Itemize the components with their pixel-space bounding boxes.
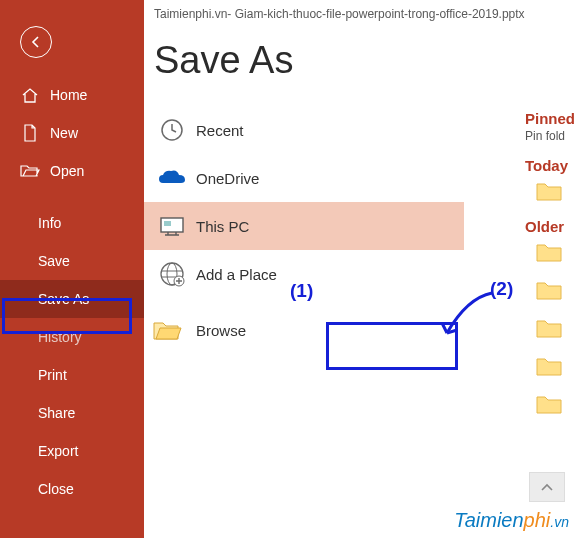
sidebar-label-open: Open: [50, 163, 84, 179]
back-button[interactable]: [20, 26, 52, 58]
app-root: Home New Open Info Save Save As History …: [0, 0, 577, 538]
location-label-recent: Recent: [196, 122, 244, 139]
page-title: Save As: [144, 21, 577, 106]
location-recent[interactable]: Recent: [144, 106, 464, 154]
home-icon: [20, 86, 40, 104]
sidebar-item-print[interactable]: Print: [0, 356, 144, 394]
folder-icon[interactable]: [535, 393, 563, 415]
open-icon: [20, 162, 40, 180]
new-icon: [20, 124, 40, 142]
sidebar-item-save[interactable]: Save: [0, 242, 144, 280]
sidebar-item-history: History: [0, 318, 144, 356]
scroll-up-button[interactable]: [529, 472, 565, 502]
sidebar-item-saveas[interactable]: Save As: [0, 280, 144, 318]
sidebar-item-export[interactable]: Export: [0, 432, 144, 470]
location-label-addplace: Add a Place: [196, 266, 277, 283]
browse-folder-icon: [152, 318, 192, 342]
sidebar-item-info[interactable]: Info: [0, 204, 144, 242]
recent-files-panel: Pinned Pin fold Today Older: [525, 110, 577, 431]
onedrive-icon: [152, 168, 192, 188]
section-older: Older: [525, 218, 577, 235]
location-label-thispc: This PC: [196, 218, 249, 235]
save-location-list: Recent OneDrive This PC Add a Place: [144, 106, 464, 354]
location-thispc[interactable]: This PC: [144, 202, 464, 250]
folder-icon[interactable]: [535, 180, 563, 202]
folder-icon[interactable]: [535, 279, 563, 301]
annotation-1: (1): [290, 280, 313, 302]
sidebar-label-new: New: [50, 125, 78, 141]
location-label-browse: Browse: [196, 322, 246, 339]
section-pinned-sub: Pin fold: [525, 129, 577, 143]
sidebar-item-close[interactable]: Close: [0, 470, 144, 508]
location-label-onedrive: OneDrive: [196, 170, 259, 187]
annotation-2: (2): [490, 278, 513, 300]
chevron-up-icon: [540, 482, 554, 492]
location-onedrive[interactable]: OneDrive: [144, 154, 464, 202]
sidebar-item-new[interactable]: New: [0, 114, 144, 152]
sidebar-item-share[interactable]: Share: [0, 394, 144, 432]
backstage-sidebar: Home New Open Info Save Save As History …: [0, 0, 144, 538]
thispc-icon: [152, 215, 192, 237]
addplace-icon: [152, 261, 192, 287]
main-panel: Taimienphi.vn- Giam-kich-thuoc-file-powe…: [144, 0, 577, 538]
watermark: Taimienphi.vn: [454, 509, 569, 532]
section-today: Today: [525, 157, 577, 174]
svg-rect-2: [164, 221, 171, 226]
sidebar-item-home[interactable]: Home: [0, 76, 144, 114]
sidebar-label-home: Home: [50, 87, 87, 103]
folder-icon[interactable]: [535, 355, 563, 377]
window-title: Taimienphi.vn- Giam-kich-thuoc-file-powe…: [144, 0, 577, 21]
folder-icon[interactable]: [535, 317, 563, 339]
sidebar-item-open[interactable]: Open: [0, 152, 144, 190]
back-arrow-icon: [28, 34, 44, 50]
location-browse[interactable]: Browse: [144, 306, 464, 354]
folder-icon[interactable]: [535, 241, 563, 263]
recent-icon: [152, 117, 192, 143]
section-pinned: Pinned: [525, 110, 577, 127]
